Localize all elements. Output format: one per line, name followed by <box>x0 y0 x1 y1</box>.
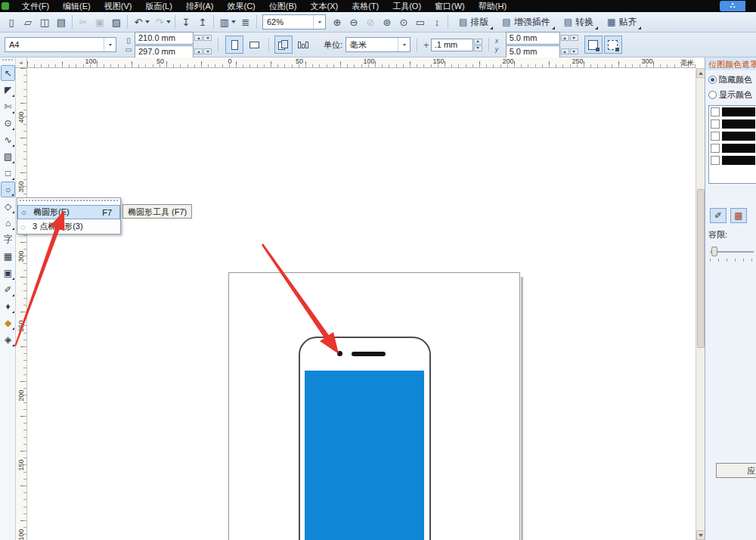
fill-tool[interactable]: ◆ <box>1 315 15 331</box>
treat-as-filled-button[interactable] <box>584 36 603 54</box>
phone-screen-shape[interactable] <box>305 371 424 540</box>
import-icon[interactable]: ↧ <box>178 14 194 29</box>
menu-file[interactable]: 文件(F) <box>15 0 56 12</box>
polygon-tool[interactable]: ◇ <box>1 198 15 214</box>
vertical-scrollbar[interactable] <box>696 68 705 540</box>
dupx-spin-down[interactable] <box>570 35 578 41</box>
duplicate-y-field[interactable]: 5.0 mm <box>506 45 560 58</box>
export-icon[interactable]: ↥ <box>194 14 211 29</box>
menu-layout[interactable]: 版面(L) <box>138 0 178 12</box>
height-spin-up[interactable] <box>194 48 203 54</box>
nudge-offset-field[interactable]: .1 mm <box>431 39 473 51</box>
interactive-fill-tool[interactable]: ◈ <box>1 331 15 347</box>
app-launcher-icon[interactable]: ▥ <box>216 14 233 29</box>
portrait-button[interactable] <box>225 36 243 54</box>
phone-speaker-bar[interactable] <box>352 352 386 356</box>
zoom-tool[interactable]: ⊙ <box>1 115 15 131</box>
width-spin-up[interactable] <box>194 35 203 41</box>
paper-size-arrow[interactable] <box>104 38 116 51</box>
crop-tool[interactable]: ✄ <box>1 98 15 114</box>
tolerance-slider[interactable] <box>710 247 754 257</box>
menu-view[interactable]: 视图(V) <box>98 0 139 12</box>
convert-button[interactable]: ▤ 转换 <box>559 14 599 30</box>
zoom-selected-icon[interactable]: ⊚ <box>379 14 395 29</box>
ellipse-tool[interactable]: ○ <box>1 182 15 197</box>
shape-tool[interactable]: ◤ <box>1 82 15 98</box>
units-select[interactable]: 毫米 <box>345 37 411 52</box>
cloud-overlay-button[interactable]: ∴ <box>720 1 745 11</box>
units-arrow[interactable] <box>398 38 410 51</box>
snap-to-button[interactable]: ▦ 贴齐 <box>602 14 642 30</box>
flyout-item-3-point-ellipse[interactable]: ◌ 3 点椭圆形(3) <box>17 219 120 234</box>
zoom-level-select[interactable]: 62% <box>262 14 326 29</box>
freehand-tool[interactable]: ∿ <box>1 132 15 147</box>
height-spin-down[interactable] <box>203 48 212 54</box>
mask-checkbox[interactable] <box>711 144 720 153</box>
new-document-icon[interactable]: ▯ <box>3 14 20 29</box>
mask-row[interactable] <box>711 144 756 153</box>
all-pages-button[interactable] <box>274 36 293 54</box>
phone-body-shape[interactable] <box>299 337 431 540</box>
menu-tools[interactable]: 工具(O) <box>386 0 428 12</box>
undo-icon[interactable]: ↶ <box>130 14 147 29</box>
table-tool[interactable]: ▦ <box>1 248 15 264</box>
menu-text[interactable]: 文本(X) <box>303 0 345 12</box>
menu-bitmaps[interactable]: 位图(B) <box>262 0 304 12</box>
mask-checkbox[interactable] <box>711 156 720 165</box>
flyout-item-ellipse[interactable]: ○ 椭圆形(E) F7 <box>17 205 120 219</box>
duplicate-x-field[interactable]: 5.0 mm <box>506 32 560 45</box>
nudge-spin-down[interactable] <box>474 45 482 51</box>
slider-thumb[interactable] <box>711 247 717 256</box>
dupy-spin-down[interactable] <box>570 48 578 54</box>
color-selector-button[interactable]: ✐ <box>710 208 727 223</box>
blend-tool[interactable]: ▣ <box>1 265 15 281</box>
paste-icon[interactable]: ▨ <box>108 14 125 29</box>
width-spin-down[interactable] <box>203 35 212 41</box>
basic-shapes-tool[interactable]: ⌂ <box>1 215 15 231</box>
landscape-button[interactable] <box>245 36 263 54</box>
options-icon[interactable]: ≣ <box>237 14 254 29</box>
drawing-canvas[interactable] <box>27 68 696 540</box>
zoom-all-icon[interactable]: ⊙ <box>395 14 412 29</box>
dupx-spin-up[interactable] <box>561 35 569 41</box>
nudge-spin-up[interactable] <box>474 39 482 45</box>
menu-window[interactable]: 窗口(W) <box>428 0 472 12</box>
mask-checkbox[interactable] <box>711 132 720 141</box>
color-mask-list[interactable] <box>708 105 756 184</box>
menu-effects[interactable]: 效果(C) <box>221 0 262 12</box>
app-launcher-dropdown-icon[interactable] <box>231 20 236 23</box>
mask-checkbox[interactable] <box>711 107 720 116</box>
typesetting-panel-button[interactable]: ▤ 排版 <box>454 14 494 30</box>
open-icon[interactable]: ▱ <box>20 14 36 29</box>
save-icon[interactable]: ◫ <box>36 14 53 29</box>
vertical-ruler[interactable]: 400 350 300 250 200 150 100 <box>16 68 27 540</box>
hide-colors-radio[interactable]: 隐藏颜色 <box>708 74 756 85</box>
facing-pages-button[interactable] <box>294 36 312 54</box>
ruler-origin-button[interactable]: ⌖ <box>16 57 27 68</box>
menu-help[interactable]: 帮助(H) <box>472 0 513 12</box>
zoom-select-arrow[interactable] <box>313 15 325 29</box>
undo-dropdown-icon[interactable] <box>145 20 150 23</box>
paper-size-select[interactable]: A4 <box>5 37 116 52</box>
flyout-drag-handle[interactable] <box>20 200 118 203</box>
zoom-in-icon[interactable]: ⊕ <box>329 14 345 29</box>
scrollbar-thumb[interactable] <box>697 189 705 348</box>
mask-checkbox[interactable] <box>711 119 720 129</box>
toolbox-drag-handle[interactable] <box>2 59 13 64</box>
edit-color-button[interactable]: ▩ <box>730 208 747 223</box>
menu-edit[interactable]: 编辑(E) <box>56 0 98 12</box>
zoom-page-icon[interactable]: ▭ <box>412 14 429 29</box>
mask-row[interactable] <box>711 156 756 165</box>
mask-row[interactable] <box>711 107 756 116</box>
eyedropper-tool[interactable]: ✐ <box>1 281 15 297</box>
zoom-out-icon[interactable]: ⊖ <box>345 14 362 29</box>
rectangle-tool[interactable]: □ <box>1 165 15 181</box>
phone-camera-dot[interactable] <box>337 351 342 356</box>
show-colors-radio[interactable]: 显示颜色 <box>708 89 756 101</box>
marquee-select-button[interactable] <box>604 36 622 54</box>
horizontal-ruler[interactable]: 100 50 0 50 100 150 200 250 300 毫米 <box>27 57 696 68</box>
pick-tool[interactable]: ↖ <box>1 65 15 81</box>
menu-arrange[interactable]: 排列(A) <box>179 0 221 12</box>
menu-table[interactable]: 表格(T) <box>345 0 386 12</box>
paper-height-field[interactable]: 297.0 mm <box>135 45 194 58</box>
